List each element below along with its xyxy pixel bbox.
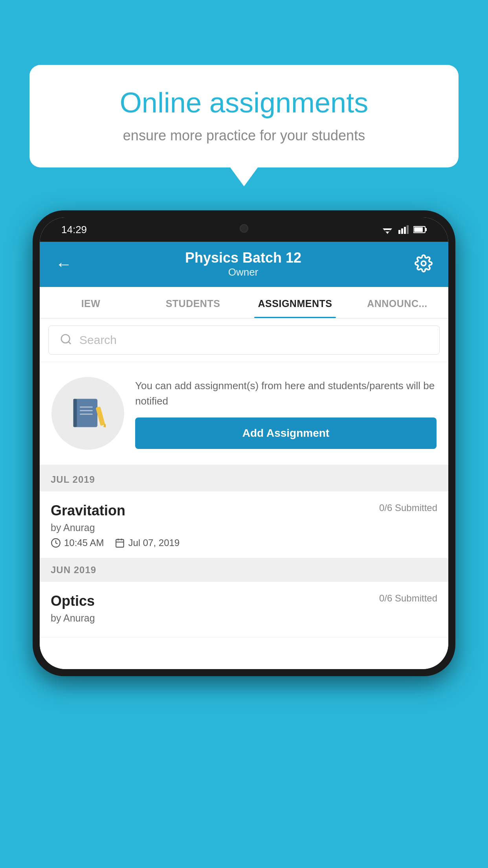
assignment-submitted: 0/6 Submitted — [379, 502, 437, 513]
bubble-subtitle: ensure more practice for your students — [55, 127, 433, 144]
phone-inner-frame: 14:29 — [40, 217, 448, 669]
calendar-icon — [115, 538, 125, 548]
month-separator-jul: JUL 2019 — [40, 468, 448, 491]
assignment-top-row-optics: Optics 0/6 Submitted — [51, 593, 437, 609]
phone-screen: 14:29 — [40, 217, 448, 669]
status-icons — [381, 225, 427, 234]
bubble-title: Online assignments — [55, 86, 433, 119]
speech-bubble: Online assignments ensure more practice … — [29, 65, 459, 167]
status-time: 14:29 — [61, 224, 87, 236]
svg-line-12 — [68, 342, 71, 344]
signal-icon — [398, 225, 409, 234]
svg-rect-15 — [80, 406, 93, 408]
assignment-time: 10:45 AM — [64, 537, 104, 548]
assignment-item-optics[interactable]: Optics 0/6 Submitted by Anurag — [40, 582, 448, 638]
add-assignment-right: You can add assignment(s) from here and … — [135, 378, 437, 449]
battery-icon — [413, 226, 427, 234]
search-container: Search — [40, 318, 448, 362]
camera-dot — [240, 224, 248, 233]
search-bar[interactable]: Search — [48, 326, 440, 355]
notebook-icon-circle — [51, 377, 124, 450]
svg-rect-17 — [80, 414, 93, 415]
svg-rect-8 — [425, 228, 427, 231]
add-assignment-section: You can add assignment(s) from here and … — [40, 362, 448, 468]
settings-button[interactable] — [415, 254, 433, 274]
svg-rect-5 — [404, 227, 406, 234]
speech-bubble-container: Online assignments ensure more practice … — [29, 65, 459, 167]
svg-rect-13 — [75, 399, 97, 427]
meta-time: 10:45 AM — [51, 537, 104, 548]
tab-iew[interactable]: IEW — [40, 287, 142, 318]
month-separator-jun: JUN 2019 — [40, 558, 448, 582]
clock-icon — [51, 538, 61, 548]
tab-announcements[interactable]: ANNOUNC... — [346, 287, 448, 318]
assignment-by-optics: by Anurag — [51, 612, 437, 624]
add-assignment-button[interactable]: Add Assignment — [135, 417, 437, 449]
tab-students[interactable]: STUDENTS — [142, 287, 244, 318]
month-label-jul: JUL 2019 — [51, 474, 95, 485]
svg-rect-9 — [414, 227, 423, 232]
svg-point-10 — [421, 261, 426, 266]
meta-date: Jul 07, 2019 — [115, 537, 180, 548]
assignment-by: by Anurag — [51, 522, 437, 533]
assignment-name-optics: Optics — [51, 593, 95, 609]
wifi-icon — [381, 225, 394, 234]
back-button[interactable]: ← — [55, 255, 72, 274]
svg-rect-4 — [401, 228, 403, 234]
svg-rect-21 — [116, 539, 124, 547]
tabs-row: IEW STUDENTS ASSIGNMENTS ANNOUNC... — [40, 287, 448, 318]
assignment-submitted-optics: 0/6 Submitted — [379, 593, 437, 604]
svg-rect-6 — [407, 225, 409, 234]
assignment-date: Jul 07, 2019 — [128, 537, 180, 548]
svg-point-11 — [61, 335, 70, 343]
phone-device: 14:29 — [33, 210, 455, 676]
month-label-jun: JUN 2019 — [51, 565, 96, 575]
assignment-top-row: Gravitation 0/6 Submitted — [51, 502, 437, 519]
search-placeholder: Search — [79, 333, 117, 347]
assignment-item-gravitation[interactable]: Gravitation 0/6 Submitted by Anurag 10:4… — [40, 491, 448, 558]
svg-rect-14 — [73, 399, 77, 427]
phone-notch — [205, 217, 283, 239]
svg-rect-16 — [80, 410, 93, 411]
app-header: ← Physics Batch 12 Owner — [40, 242, 448, 287]
assignment-meta: 10:45 AM Jul 07, 2019 — [51, 537, 437, 548]
svg-rect-3 — [398, 230, 400, 234]
phone-outer-frame: 14:29 — [33, 210, 455, 676]
screen-bottom — [40, 638, 448, 669]
header-center: Physics Batch 12 Owner — [185, 250, 301, 278]
svg-marker-2 — [386, 232, 389, 234]
page-subtitle: Owner — [185, 266, 301, 278]
gear-icon — [415, 254, 433, 272]
search-icon — [60, 333, 72, 347]
page-title: Physics Batch 12 — [185, 250, 301, 266]
status-bar: 14:29 — [40, 217, 448, 242]
tab-assignments[interactable]: ASSIGNMENTS — [244, 287, 346, 318]
add-assignment-desc: You can add assignment(s) from here and … — [135, 378, 437, 409]
notebook-icon — [70, 396, 106, 431]
assignment-name: Gravitation — [51, 502, 125, 519]
